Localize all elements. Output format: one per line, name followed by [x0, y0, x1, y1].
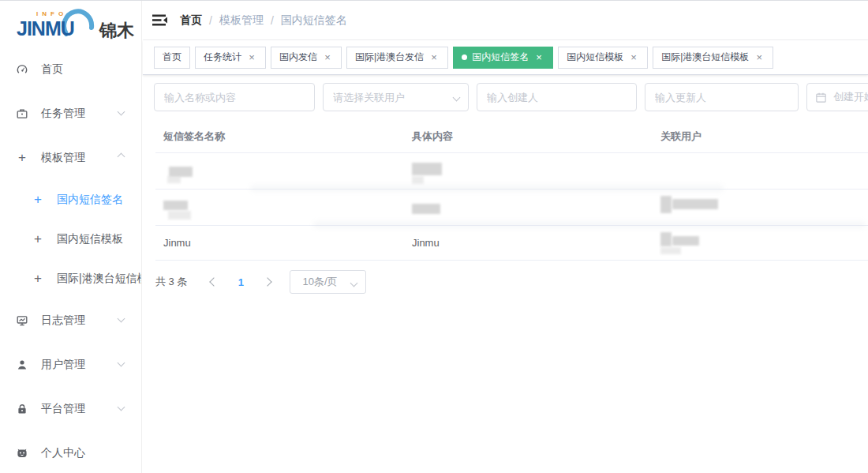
redacted-content — [412, 163, 442, 175]
sidebar-menu: 首页 任务管理 + 模板管理 + 国内短信签名 + 国内短信模板 + — [0, 47, 141, 473]
close-icon[interactable]: × — [322, 52, 333, 63]
logo-brand-cn-text: 锦木 — [99, 19, 134, 43]
cell-content — [404, 190, 653, 225]
cell-content: Jinmu — [404, 226, 653, 260]
sidebar-item-log-management[interactable]: 日志管理 — [0, 298, 141, 343]
chevron-down-icon — [118, 108, 125, 116]
main-content: 首页 / 模板管理 / 国内短信签名 首页 任务统计 × 国内发信 × 国际|港… — [143, 1, 868, 473]
tab-label: 国际|港澳台发信 — [355, 51, 424, 64]
tab-label: 国内发信 — [279, 51, 317, 64]
redacted-content — [660, 196, 672, 213]
pagination-next-button[interactable] — [258, 271, 277, 293]
plus-icon: + — [32, 272, 44, 285]
sidebar-item-task-management[interactable]: 任务管理 — [0, 92, 141, 136]
sidebar-item-platform-management[interactable]: 平台管理 — [0, 387, 141, 431]
sidebar-item-personal-center[interactable]: 个人中心 — [0, 431, 141, 473]
sidebar-submenu-template: + 国内短信签名 + 国内短信模板 + 国际|港澳台短信模板 — [0, 180, 141, 298]
sidebar-item-label: 模板管理 — [41, 151, 85, 165]
chevron-up-icon — [118, 153, 125, 161]
plus-icon: + — [32, 233, 44, 246]
cell-text: Jinmu — [163, 237, 191, 249]
pagination-page-1[interactable]: 1 — [230, 276, 252, 288]
redacted-content — [168, 211, 191, 220]
filter-bar: 创建开始 — [143, 75, 868, 111]
cell-signature-name — [155, 190, 404, 225]
updater-input[interactable] — [645, 83, 799, 111]
associated-user-select-input[interactable] — [323, 83, 469, 111]
logo-brand-text: JINMU — [17, 17, 74, 40]
sidebar-item-label: 平台管理 — [41, 402, 85, 416]
create-start-date-picker[interactable]: 创建开始 — [806, 83, 868, 111]
sidebar-item-user-management[interactable]: 用户管理 — [0, 343, 141, 387]
chevron-down-icon — [118, 359, 125, 367]
sidebar-item-template-management[interactable]: + 模板管理 — [0, 136, 141, 180]
chevron-left-icon — [210, 277, 219, 286]
cell-associated-user — [653, 153, 868, 189]
tab-label: 国际|港澳台短信模板 — [661, 51, 749, 64]
name-or-content-input[interactable] — [154, 83, 315, 111]
sidebar-item-label: 任务管理 — [41, 107, 85, 121]
table-row[interactable] — [155, 190, 868, 226]
breadcrumb-separator: / — [209, 14, 212, 27]
associated-user-select[interactable] — [323, 83, 469, 111]
profile-icon — [16, 447, 28, 460]
breadcrumb-template-management: 模板管理 — [219, 13, 264, 28]
calendar-icon — [815, 92, 827, 103]
close-icon[interactable]: × — [246, 52, 257, 63]
sidebar-item-label: 日志管理 — [41, 313, 85, 328]
tab-home[interactable]: 首页 — [154, 47, 190, 69]
page-size-value: 10条/页 — [302, 275, 337, 289]
sidebar-item-label: 个人中心 — [41, 446, 85, 460]
dashboard-icon — [16, 63, 28, 76]
creator-input[interactable] — [477, 83, 637, 111]
table-row[interactable] — [155, 153, 868, 190]
task-icon — [16, 107, 28, 120]
redacted-content — [672, 199, 718, 209]
cell-associated-user — [653, 226, 868, 260]
redacted-content — [660, 247, 681, 254]
pagination-prev-button[interactable] — [204, 271, 223, 293]
breadcrumb-home[interactable]: 首页 — [180, 13, 202, 28]
redacted-content — [672, 236, 699, 246]
log-icon — [16, 314, 28, 327]
tab-domestic-sms-signature-active[interactable]: 国内短信签名 × — [453, 47, 553, 69]
sidebar-collapse-icon[interactable] — [152, 13, 168, 27]
cell-signature-name — [155, 153, 404, 189]
tab-label: 首页 — [163, 51, 181, 64]
sidebar-item-intl-sms-template[interactable]: + 国际|港澳台短信模板 — [0, 259, 141, 298]
tab-label: 任务统计 — [204, 51, 241, 64]
tags-view-bar: 首页 任务统计 × 国内发信 × 国际|港澳台发信 × 国内短信签名 × 国内短… — [143, 40, 868, 75]
sidebar-item-label: 用户管理 — [41, 358, 85, 372]
tab-domestic-sending[interactable]: 国内发信 × — [271, 47, 342, 69]
chevron-right-icon — [264, 277, 272, 286]
redacted-content — [412, 204, 440, 214]
redacted-content — [412, 176, 424, 184]
signature-table: 短信签名名称 具体内容 关联用户 — [155, 120, 868, 261]
cell-signature-name: Jinmu — [155, 226, 404, 260]
sidebar-item-home[interactable]: 首页 — [0, 47, 141, 92]
chevron-down-icon — [118, 404, 125, 411]
close-icon[interactable]: × — [428, 52, 440, 63]
redacted-content — [163, 201, 188, 210]
close-icon[interactable]: × — [628, 52, 639, 63]
close-icon[interactable]: × — [754, 52, 765, 63]
tab-domestic-sms-template[interactable]: 国内短信模板 × — [558, 47, 648, 69]
table-row[interactable]: Jinmu Jinmu — [155, 226, 868, 261]
tab-intl-sending[interactable]: 国际|港澳台发信 × — [346, 47, 448, 69]
page-size-select[interactable]: 10条/页 — [290, 270, 366, 294]
sidebar-item-label: 国内短信模板 — [57, 232, 123, 246]
date-picker-placeholder: 创建开始 — [833, 90, 868, 104]
column-header-associated-user: 关联用户 — [653, 130, 868, 144]
tab-task-statistics[interactable]: 任务统计 × — [195, 47, 266, 69]
close-icon[interactable]: × — [533, 52, 544, 63]
lock-icon — [16, 403, 28, 415]
sidebar-item-label: 国际|港澳台短信模板 — [57, 272, 141, 286]
chevron-down-icon — [350, 280, 358, 287]
sidebar-item-domestic-sms-signature[interactable]: + 国内短信签名 — [0, 180, 141, 220]
breadcrumb-separator: / — [271, 14, 274, 27]
tab-intl-sms-template[interactable]: 国际|港澳台短信模板 × — [653, 47, 773, 69]
sidebar-item-label: 首页 — [41, 62, 63, 77]
cell-associated-user — [653, 190, 868, 225]
column-header-content: 具体内容 — [404, 130, 653, 144]
sidebar-item-domestic-sms-template[interactable]: + 国内短信模板 — [0, 220, 141, 259]
